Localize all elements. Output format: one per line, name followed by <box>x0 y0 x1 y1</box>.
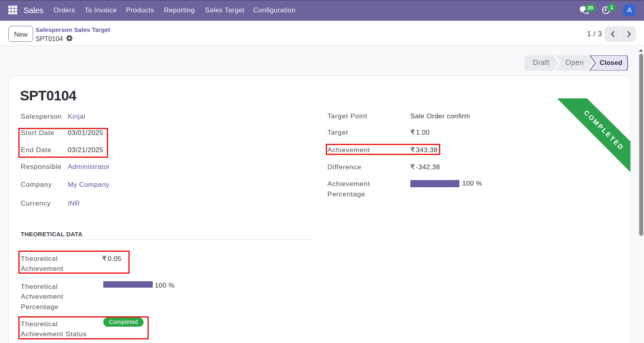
svg-text:Open: Open <box>565 59 584 67</box>
svg-text:Closed: Closed <box>600 59 622 67</box>
svg-text:Draft: Draft <box>533 59 549 67</box>
